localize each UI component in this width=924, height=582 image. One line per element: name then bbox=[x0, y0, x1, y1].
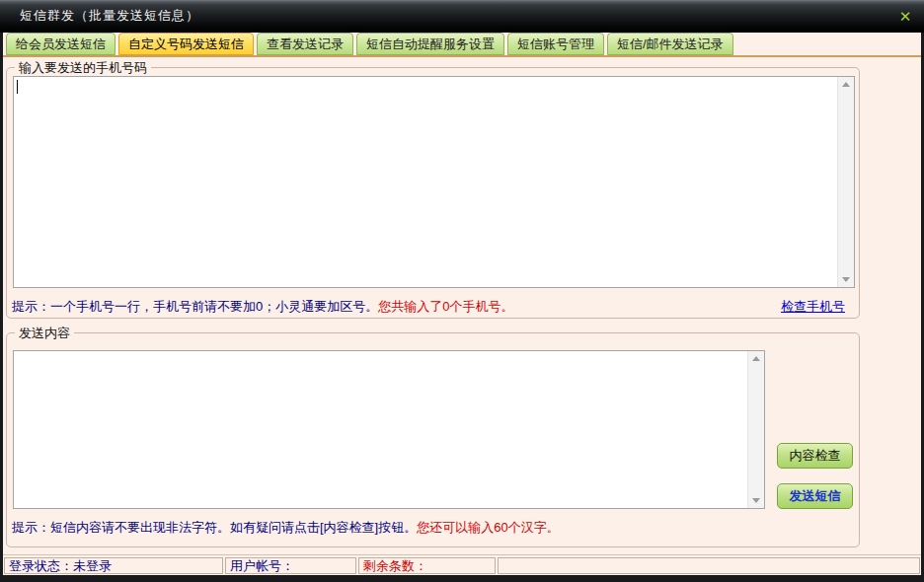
phone-scrollbar[interactable] bbox=[837, 77, 854, 287]
phone-numbers-input[interactable] bbox=[14, 77, 837, 287]
scroll-down-icon[interactable] bbox=[748, 492, 765, 508]
phone-numbers-group: 输入要发送的手机号码 bbox=[6, 67, 860, 319]
message-content-group: 发送内容 内容检查 发送短信 bbox=[6, 332, 860, 547]
tab-sms-email-send-records[interactable]: 短信/邮件发送记录 bbox=[607, 33, 733, 55]
phone-hint-count: 您共输入了0个手机号。 bbox=[378, 299, 513, 314]
tab-view-send-records[interactable]: 查看发送记录 bbox=[257, 33, 353, 55]
message-content-input[interactable] bbox=[14, 351, 747, 508]
title-bar: 短信群发（批量发送短信息） ✕ bbox=[0, 0, 924, 33]
status-bar: 登录状态：未登录 用户帐号： 剩余条数： bbox=[3, 554, 921, 575]
close-icon[interactable]: ✕ bbox=[895, 7, 915, 27]
user-account-status: 用户帐号： bbox=[225, 557, 356, 574]
message-content-box bbox=[13, 350, 765, 509]
content-hint: 提示：短信内容请不要出现非法字符。如有疑问请点击[内容检查]按钮。您还可以输入6… bbox=[12, 519, 560, 537]
tab-bar: 给会员发送短信 自定义号码发送短信 查看发送记录 短信自动提醒服务设置 短信账号… bbox=[3, 33, 921, 55]
phone-numbers-legend: 输入要发送的手机号码 bbox=[15, 59, 151, 77]
content-hint-main: 提示：短信内容请不要出现非法字符。如有疑问请点击[内容检查]按钮。 bbox=[12, 520, 417, 535]
content-hint-count: 您还可以输入60个汉字。 bbox=[417, 520, 559, 535]
window-title: 短信群发（批量发送短信息） bbox=[20, 1, 199, 31]
content-check-button[interactable]: 内容检查 bbox=[777, 443, 853, 469]
tab-send-to-members[interactable]: 给会员发送短信 bbox=[6, 33, 116, 55]
phone-hint-main: 提示：一个手机号一行，手机号前请不要加0；小灵通要加区号。 bbox=[12, 299, 378, 314]
remaining-count-status: 剩余条数： bbox=[358, 557, 496, 574]
phone-numbers-box bbox=[13, 76, 855, 288]
tab-send-to-custom-numbers[interactable]: 自定义号码发送短信 bbox=[118, 33, 254, 55]
tab-auto-reminder-settings[interactable]: 短信自动提醒服务设置 bbox=[356, 33, 504, 55]
check-phone-numbers-link[interactable]: 检查手机号 bbox=[781, 298, 845, 316]
send-sms-button[interactable]: 发送短信 bbox=[777, 483, 853, 509]
tab-sms-account-management[interactable]: 短信账号管理 bbox=[507, 33, 604, 55]
content-scrollbar[interactable] bbox=[747, 351, 764, 508]
scroll-up-icon[interactable] bbox=[838, 77, 855, 93]
scroll-up-icon[interactable] bbox=[748, 351, 765, 367]
text-caret bbox=[17, 80, 18, 94]
login-status: 登录状态：未登录 bbox=[4, 557, 223, 574]
scroll-down-icon[interactable] bbox=[838, 271, 855, 287]
status-spacer bbox=[498, 557, 920, 574]
message-content-legend: 发送内容 bbox=[15, 325, 74, 342]
phone-hint: 提示：一个手机号一行，手机号前请不要加0；小灵通要加区号。您共输入了0个手机号。 bbox=[12, 298, 513, 316]
app-window: 短信群发（批量发送短信息） ✕ 给会员发送短信 自定义号码发送短信 查看发送记录… bbox=[0, 0, 924, 582]
